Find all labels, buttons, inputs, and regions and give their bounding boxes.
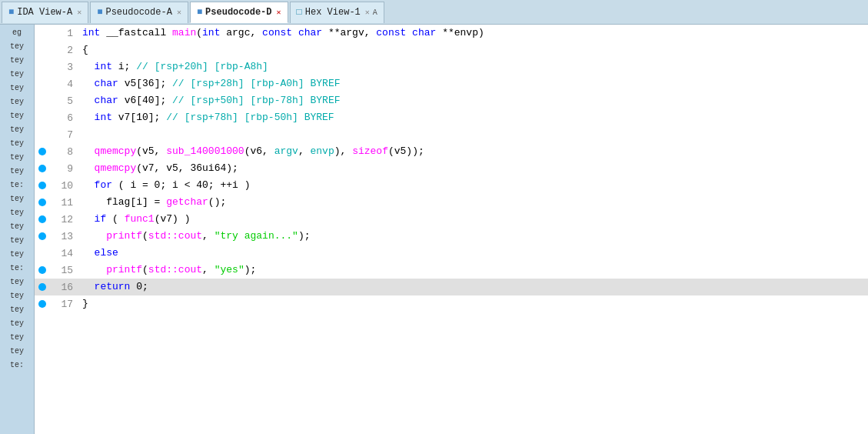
tab-bar: ■ IDA View-A ✕ ■ Pseudocode-A ✕ ■ Pseudo… <box>0 0 868 25</box>
code-line-7: 7 <box>35 126 868 143</box>
line-code-2: { <box>79 42 868 58</box>
code-line-2: 2 { <box>35 42 868 58</box>
line-breakpoint-10 <box>35 182 50 189</box>
tab-hex-view[interactable]: □ Hex View-1 ✕ A <box>290 2 384 23</box>
line-number-2: 2 <box>50 45 79 56</box>
line-code-13: printf(std::cout, "try again..."); <box>79 228 868 245</box>
line-number-1: 1 <box>50 28 79 39</box>
line-breakpoint-12 <box>35 215 50 223</box>
line-number-6: 6 <box>50 112 79 124</box>
bp-dot-10 <box>38 182 46 189</box>
tab-pin-icon: A <box>373 8 377 17</box>
line-breakpoint-17 <box>35 300 50 308</box>
tab-pseudocode-d[interactable]: ■ Pseudocode-D ✕ <box>190 2 288 23</box>
code-line-17: 17 } <box>35 295 868 312</box>
code-line-11: 11 flag[i] = getchar(); <box>35 194 868 211</box>
line-number-11: 11 <box>50 197 79 209</box>
sidebar-item: tey <box>0 137 34 151</box>
main-layout: eg tey tey tey tey tey tey tey tey tey t… <box>0 25 868 434</box>
line-code-15: printf(std::cout, "yes"); <box>79 262 868 279</box>
tab-label: Pseudocode-D <box>205 7 271 18</box>
line-breakpoint-16 <box>35 283 50 291</box>
tab-label: Pseudocode-A <box>105 7 171 18</box>
sidebar-item: te: <box>0 359 34 372</box>
tab-close-ida[interactable]: ✕ <box>77 8 81 17</box>
bp-dot-17 <box>38 300 46 308</box>
code-line-10: 10 for ( i = 0; i < 40; ++i ) <box>35 177 868 194</box>
line-number-9: 9 <box>50 163 79 175</box>
sidebar-item: tey <box>0 165 34 179</box>
line-code-17: } <box>79 295 868 312</box>
code-line-4: 4 char v5[36]; // [rsp+28h] [rbp-A0h] BY… <box>35 75 868 92</box>
tab-ida-view[interactable]: ■ IDA View-A ✕ <box>2 2 88 23</box>
bp-dot-15 <box>38 266 46 274</box>
sidebar-item: tey <box>0 151 34 165</box>
sidebar-item: tey <box>0 206 34 220</box>
sidebar-item: tey <box>0 317 34 331</box>
sidebar-item: tey <box>0 289 34 303</box>
line-number-10: 10 <box>50 180 79 192</box>
sidebar-item: tey <box>0 68 34 82</box>
line-code-8: qmemcpy(v5, sub_140001000(v6, argv, envp… <box>79 143 868 160</box>
line-code-6: int v7[10]; // [rsp+78h] [rbp-50h] BYREF <box>79 109 868 126</box>
line-code-9: qmemcpy(v7, v5, 36ui64); <box>79 160 868 177</box>
sidebar-item: tey <box>0 220 34 234</box>
tab-close-hv[interactable]: ✕ <box>365 8 370 17</box>
line-code-4: char v5[36]; // [rsp+28h] [rbp-A0h] BYRE… <box>79 75 868 92</box>
bp-dot-11 <box>38 199 46 206</box>
tab-label: IDA View-A <box>17 7 72 18</box>
line-number-16: 16 <box>50 282 79 293</box>
sidebar-item: te: <box>0 179 34 192</box>
code-line-14: 14 else <box>35 245 868 262</box>
line-code-11: flag[i] = getchar(); <box>79 194 868 211</box>
sidebar-item: tey <box>0 345 34 359</box>
line-number-4: 4 <box>50 78 79 90</box>
tab-pseudocode-a[interactable]: ■ Pseudocode-A ✕ <box>90 2 188 23</box>
code-line-1: 1 int __fastcall main(int argc, const ch… <box>35 25 868 42</box>
sidebar-item: tey <box>0 331 34 345</box>
sidebar-item: te: <box>0 262 34 275</box>
bp-dot-13 <box>38 232 46 240</box>
line-number-12: 12 <box>50 214 79 225</box>
line-code-7 <box>79 126 868 143</box>
tab-close-pd[interactable]: ✕ <box>277 8 281 17</box>
bp-dot-8 <box>38 148 46 155</box>
sidebar-item: tey <box>0 248 34 262</box>
sidebar-item: tey <box>0 95 34 109</box>
bp-dot-9 <box>38 165 46 172</box>
line-code-1: int __fastcall main(int argc, const char… <box>79 25 868 42</box>
tab-close-pa[interactable]: ✕ <box>177 8 181 17</box>
bp-dot-16 <box>38 283 46 291</box>
bp-dot-12 <box>38 215 46 223</box>
line-code-16: return 0; <box>79 279 868 295</box>
sidebar-item: tey <box>0 109 34 123</box>
line-code-14: else <box>79 245 868 262</box>
sidebar-item: tey <box>0 275 34 289</box>
code-line-8: 8 qmemcpy(v5, sub_140001000(v6, argv, en… <box>35 143 868 160</box>
code-line-6: 6 int v7[10]; // [rsp+78h] [rbp-50h] BYR… <box>35 109 868 126</box>
code-line-13: 13 printf(std::cout, "try again..."); <box>35 228 868 245</box>
line-breakpoint-11 <box>35 199 50 206</box>
line-code-5: char v6[40]; // [rsp+50h] [rbp-78h] BYRE… <box>79 92 868 109</box>
tab-label: Hex View-1 <box>305 7 361 18</box>
sidebar-item: tey <box>0 192 34 206</box>
sidebar-item: tey <box>0 54 34 68</box>
line-number-13: 13 <box>50 231 79 242</box>
sidebar-item: tey <box>0 82 34 95</box>
sidebar: eg tey tey tey tey tey tey tey tey tey t… <box>0 25 35 434</box>
line-breakpoint-9 <box>35 165 50 172</box>
code-line-15: 15 printf(std::cout, "yes"); <box>35 262 868 279</box>
line-code-3: int i; // [rsp+20h] [rbp-A8h] <box>79 58 868 75</box>
line-number-17: 17 <box>50 299 79 310</box>
sidebar-item: tey <box>0 234 34 248</box>
tab-doc-icon: ■ <box>8 7 14 18</box>
sidebar-item: eg <box>0 26 34 40</box>
line-number-5: 5 <box>50 95 79 107</box>
code-line-5: 5 char v6[40]; // [rsp+50h] [rbp-78h] BY… <box>35 92 868 109</box>
sidebar-item: tey <box>0 123 34 137</box>
code-area[interactable]: 1 int __fastcall main(int argc, const ch… <box>35 25 868 434</box>
line-code-12: if ( func1(v7) ) <box>79 211 868 228</box>
code-line-9: 9 qmemcpy(v7, v5, 36ui64); <box>35 160 868 177</box>
code-line-3: 3 int i; // [rsp+20h] [rbp-A8h] <box>35 58 868 75</box>
line-breakpoint-13 <box>35 232 50 240</box>
